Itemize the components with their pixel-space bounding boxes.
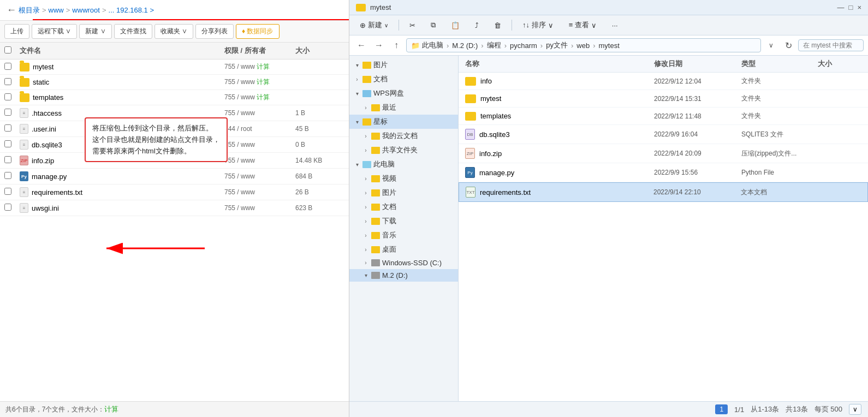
copy-button[interactable]: ⧉ xyxy=(425,18,442,32)
left-file-row[interactable]: Pymanage.py 755 / www 684 B xyxy=(0,169,349,184)
nav-up-button[interactable]: ↑ xyxy=(389,38,404,53)
tree-item-共享文件夹[interactable]: › 共享文件夹 xyxy=(349,143,458,157)
datasync-button[interactable]: ♦ 数据同步 xyxy=(236,24,279,39)
minimize-button[interactable]: — xyxy=(837,3,845,11)
left-file-row[interactable]: mytest 755 / www 计算 xyxy=(0,59,349,75)
tree-item-文档[interactable]: › 文档 xyxy=(349,72,458,86)
nav-forward-button[interactable]: → xyxy=(371,38,387,53)
win-controls: — □ × xyxy=(837,3,861,11)
left-file-row[interactable]: templates 755 / www 计算 xyxy=(0,90,349,105)
col-date-header[interactable]: 修改日期 xyxy=(654,59,741,69)
maximize-button[interactable]: □ xyxy=(849,3,853,11)
left-file-row[interactable]: static 755 / www 计算 xyxy=(0,75,349,90)
dropdown-button[interactable]: ∨ xyxy=(763,38,778,53)
path-pyfiles[interactable]: py文件 xyxy=(546,40,568,50)
fav-button[interactable]: 收藏夹 ∨ xyxy=(154,24,193,39)
tree-item-音乐[interactable]: › 音乐 xyxy=(349,228,458,242)
row-checkbox[interactable] xyxy=(4,63,20,72)
file-size: 45 B xyxy=(295,125,344,133)
left-panel: ← 根目录 > www > wwwroot > ... 192.168.1 > … xyxy=(0,0,349,417)
file-perm: 755 / www xyxy=(224,172,295,180)
win-nav-tree: ▾ 图片 › 文档 ▾ WPS网盘 › 最近 ▾ 星标 › 我的云文档 › 共享… xyxy=(349,56,459,401)
tree-item-WPS网盘[interactable]: ▾ WPS网盘 xyxy=(349,86,458,100)
path-drive[interactable]: M.2 (D:) xyxy=(452,41,478,50)
tree-label: 图片 xyxy=(382,188,396,198)
win-file-row[interactable]: info 2022/9/12 12:04 文件夹 xyxy=(459,73,868,90)
tree-folder-icon xyxy=(362,76,371,83)
left-file-row[interactable]: ≡uwsgi.ini 755 / www 623 B xyxy=(0,200,349,216)
tree-item-图片[interactable]: › 图片 xyxy=(349,186,458,200)
path-web[interactable]: web xyxy=(576,41,590,50)
breadcrumb-wwwroot[interactable]: wwwroot xyxy=(72,6,100,14)
more-button[interactable]: ··· xyxy=(606,19,624,32)
win-file-row[interactable]: templates 2022/9/12 11:48 文件夹 xyxy=(459,108,868,125)
back-button[interactable]: ← xyxy=(7,4,16,16)
row-checkbox[interactable] xyxy=(4,188,20,196)
share-button[interactable]: ⤴ xyxy=(469,19,485,32)
win-new-button[interactable]: ⊕ 新建 ∨ xyxy=(354,17,394,33)
col-size-header[interactable]: 大小 xyxy=(818,59,861,69)
tree-item-桌面[interactable]: › 桌面 xyxy=(349,242,458,257)
tree-item-Windows-SSD-(C:)[interactable]: › Windows-SSD (C:) xyxy=(349,257,458,269)
win-file-row[interactable]: TXTrequirements.txt 2022/9/14 22:10 文本文档 xyxy=(459,182,868,202)
win-file-row[interactable]: DBdb.sqlite3 2022/9/9 16:04 SQLITE3 文件 xyxy=(459,125,868,144)
view-button[interactable]: ≡ 查看 ∨ xyxy=(563,17,603,33)
tree-item-图片[interactable]: ▾ 图片 xyxy=(349,58,458,72)
check-all[interactable] xyxy=(4,46,20,55)
row-checkbox[interactable] xyxy=(4,124,20,133)
tree-item-此电脑[interactable]: ▾ 此电脑 xyxy=(349,157,458,171)
share-button[interactable]: 分享列表 xyxy=(195,24,234,39)
new-button[interactable]: 新建 ∨ xyxy=(79,24,111,39)
col-type-header[interactable]: 类型 xyxy=(741,59,818,69)
file-size: 623 B xyxy=(295,204,344,212)
row-checkbox[interactable] xyxy=(4,93,20,102)
close-button[interactable]: × xyxy=(857,3,861,11)
paste-button[interactable]: 📋 xyxy=(445,19,466,32)
cut-button[interactable]: ✂ xyxy=(403,19,421,32)
breadcrumb-dotdot[interactable]: ... 192.168.1 > xyxy=(109,6,154,14)
row-checkbox[interactable] xyxy=(4,109,20,117)
tree-item-文档[interactable]: › 文档 xyxy=(349,200,458,214)
path-programming[interactable]: 编程 xyxy=(487,40,501,50)
win-sqlite-icon: DB xyxy=(465,129,475,140)
chevron-icon: ∨ xyxy=(384,22,388,28)
tree-item-最近[interactable]: › 最近 xyxy=(349,100,458,115)
breadcrumb-www[interactable]: www xyxy=(49,6,64,14)
win-file-row[interactable]: ZIPinfo.zip 2022/9/14 20:09 压缩(zipped)文件… xyxy=(459,144,868,163)
calc-link[interactable]: 计算 xyxy=(257,78,270,86)
win-file-row[interactable]: Pymanage.py 2022/9/9 15:56 Python File xyxy=(459,163,868,182)
col-name-header[interactable]: 名称 xyxy=(465,59,654,69)
path-pycharm[interactable]: pycharm xyxy=(510,41,537,50)
tree-item-下载[interactable]: › 下载 xyxy=(349,214,458,228)
path-mytest[interactable]: mytest xyxy=(598,41,619,50)
refresh-button[interactable]: ↻ xyxy=(781,38,796,53)
left-file-row[interactable]: ≡requirements.txt 755 / www 26 B xyxy=(0,184,349,200)
nav-back-button[interactable]: ← xyxy=(354,38,369,53)
upload-button[interactable]: 上传 xyxy=(4,24,29,39)
path-pc[interactable]: 此电脑 xyxy=(422,40,443,50)
calc-link[interactable]: 计算 xyxy=(257,93,270,101)
expand-icon: › xyxy=(362,204,369,210)
tree-item-视频[interactable]: › 视频 xyxy=(349,171,458,186)
breadcrumb-root[interactable]: 根目录 xyxy=(19,5,40,15)
tree-item-我的云文档[interactable]: › 我的云文档 xyxy=(349,129,458,143)
row-checkbox[interactable] xyxy=(4,204,20,212)
sort-button[interactable]: ↑↓ 排序 ∨ xyxy=(516,17,560,33)
calc-link[interactable]: 计算 xyxy=(104,405,118,413)
calc-link[interactable]: 计算 xyxy=(257,63,270,70)
row-checkbox[interactable] xyxy=(4,172,20,181)
col-size-header: 大小 xyxy=(295,46,344,56)
remote-download-button[interactable]: 远程下载 ∨ xyxy=(32,24,77,39)
row-checkbox[interactable] xyxy=(4,140,20,149)
tree-item-星标[interactable]: ▾ 星标 xyxy=(349,115,458,129)
find-button[interactable]: 文件查找 xyxy=(114,24,152,39)
win-file-row[interactable]: mytest 2022/9/14 15:31 文件夹 xyxy=(459,90,868,108)
row-checkbox[interactable] xyxy=(4,78,20,87)
expand-icon: › xyxy=(362,105,369,111)
search-input[interactable] xyxy=(798,39,864,51)
row-checkbox[interactable] xyxy=(4,156,20,165)
delete-button[interactable]: 🗑 xyxy=(488,19,507,32)
tree-item-M.2-(D:)[interactable]: ▾ M.2 (D:) xyxy=(349,269,458,282)
per-page-dropdown[interactable]: ∨ xyxy=(849,404,861,415)
address-path[interactable]: 📁 此电脑 › M.2 (D:) › 编程 › pycharm › py文件 ›… xyxy=(406,38,761,52)
